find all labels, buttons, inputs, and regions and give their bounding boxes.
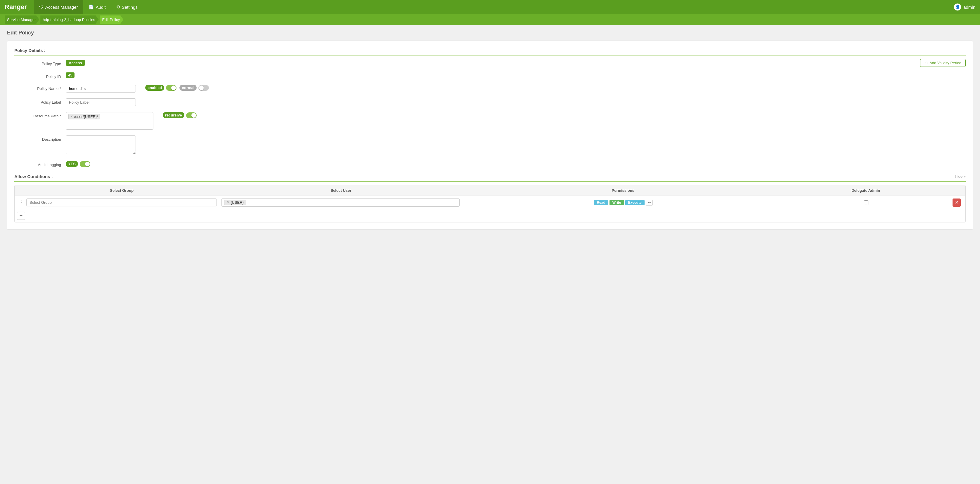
policy-label-control xyxy=(66,98,136,106)
delete-row-button[interactable]: ✕ xyxy=(953,198,961,207)
nav-settings[interactable]: ⚙ Settings xyxy=(111,0,143,14)
allow-conditions-section: Allow Conditions : hide » Select Group S… xyxy=(14,174,966,222)
audit-toggle-wrap: YES xyxy=(66,161,90,167)
top-nav: Ranger 🛡 Access Manager 📄 Audit ⚙ Settin… xyxy=(0,0,980,14)
settings-icon: ⚙ xyxy=(116,5,120,10)
policy-type-left: Policy Type Access xyxy=(14,60,85,66)
shield-icon: 🛡 xyxy=(39,5,43,10)
nav-access-manager[interactable]: 🛡 Access Manager xyxy=(34,0,83,14)
policy-label-label: Policy Label xyxy=(14,98,61,105)
enabled-toggle-wrap: enabled xyxy=(145,85,177,91)
nav-audit[interactable]: 📄 Audit xyxy=(83,0,111,14)
clock-icon: ⊕ xyxy=(924,61,928,65)
description-row: Description xyxy=(14,135,966,155)
policy-label-row: Policy Label xyxy=(14,98,966,106)
group-col-header: Select Group xyxy=(24,186,220,195)
perm-execute-badge[interactable]: Execute xyxy=(625,200,644,205)
policy-name-label: Policy Name * xyxy=(14,85,61,91)
policy-label-input[interactable] xyxy=(66,98,136,106)
recursive-label: recursive xyxy=(163,112,185,118)
normal-knob xyxy=(199,86,204,90)
tag-remove-icon[interactable]: ✕ xyxy=(70,115,73,119)
policy-type-row: Policy Type Access ⊕ Add Validity Period xyxy=(14,59,966,67)
audit-knob xyxy=(85,162,90,167)
user-cell: ✕ {USER} xyxy=(219,198,462,207)
normal-toggle[interactable] xyxy=(198,85,209,91)
user-name: admin xyxy=(963,5,975,10)
policy-type-label: Policy Type xyxy=(14,60,61,66)
delete-col-header xyxy=(948,186,966,195)
policy-name-input[interactable] xyxy=(66,85,136,92)
description-label: Description xyxy=(14,135,61,141)
allow-conditions-header: Allow Conditions : hide » xyxy=(14,174,966,182)
user-tag: ✕ {USER} xyxy=(224,200,246,205)
drag-handle-cell: ⋮⋮ xyxy=(14,200,24,205)
group-cell xyxy=(24,198,219,206)
policy-id-value: 45 xyxy=(66,73,75,77)
policy-id-label: Policy ID xyxy=(14,73,61,79)
enabled-toggle[interactable] xyxy=(166,85,177,91)
resource-path-tag: ✕ /user/{USER}/ xyxy=(68,114,100,119)
delete-cell: ✕ xyxy=(948,198,966,207)
delegate-col-header: Delegate Admin xyxy=(784,186,948,195)
user-tag-remove[interactable]: ✕ xyxy=(227,200,229,204)
allow-conditions-title: Allow Conditions : xyxy=(14,174,53,179)
policy-type-badge: Access xyxy=(66,60,85,66)
normal-toggle-wrap: normal xyxy=(180,85,209,91)
brand-logo: Ranger xyxy=(5,3,27,11)
audit-icon: 📄 xyxy=(89,5,94,10)
perm-read-badge[interactable]: Read xyxy=(594,200,608,205)
main-card: Policy Details : Policy Type Access ⊕ Ad… xyxy=(7,41,973,230)
recursive-knob xyxy=(191,113,196,117)
perm-write-badge[interactable]: Write xyxy=(609,200,624,205)
breadcrumb-service-manager[interactable]: Service Manager xyxy=(5,16,39,24)
permissions-cell: Read Write Execute ✏ xyxy=(462,200,784,206)
enabled-knob xyxy=(171,86,176,90)
perm-edit-button[interactable]: ✏ xyxy=(646,200,653,206)
policy-details-title: Policy Details : xyxy=(14,48,966,56)
policy-id-row: Policy ID 45 xyxy=(14,73,966,79)
table-row: ⋮⋮ ✕ {USER} Read Write Execut xyxy=(14,196,966,209)
perms-col-header: Permissions xyxy=(462,186,784,195)
audit-toggle[interactable] xyxy=(80,161,90,167)
normal-label: normal xyxy=(180,85,197,91)
audit-logging-label: Audit Logging xyxy=(14,161,61,167)
add-row-section: + xyxy=(14,212,966,220)
audit-logging-control: YES xyxy=(66,161,90,167)
resource-path-label: Resource Path * xyxy=(14,112,61,118)
add-validity-period-button[interactable]: ⊕ Add Validity Period xyxy=(920,59,966,67)
conditions-table: Select Group Select User Permissions Del… xyxy=(14,185,966,222)
delegate-cell xyxy=(784,200,948,205)
policy-name-row: Policy Name * enabled normal xyxy=(14,85,966,92)
toggles-row: enabled normal xyxy=(145,85,209,91)
description-control xyxy=(66,135,136,155)
hide-link[interactable]: hide » xyxy=(955,174,966,179)
user-avatar-icon: 👤 xyxy=(954,3,961,11)
resource-path-tag-input[interactable]: ✕ /user/{USER}/ xyxy=(66,112,153,130)
resource-path-row: Resource Path * ✕ /user/{USER}/ recursiv… xyxy=(14,112,966,130)
page-title: Edit Policy xyxy=(0,25,980,38)
conditions-table-header: Select Group Select User Permissions Del… xyxy=(14,186,966,196)
user-input-wrap[interactable]: ✕ {USER} xyxy=(221,198,460,207)
user-area: 👤 admin xyxy=(954,3,975,11)
description-textarea[interactable] xyxy=(66,135,136,154)
audit-yes-label: YES xyxy=(66,161,78,167)
user-col-header: Select User xyxy=(220,186,462,195)
policy-name-control xyxy=(66,85,136,92)
breadcrumb-policies[interactable]: hdp-training-2_hadoop Policies xyxy=(40,16,99,24)
resource-path-control: ✕ /user/{USER}/ xyxy=(66,112,153,130)
recursive-toggle-wrap: recursive xyxy=(163,112,197,118)
nav-items: 🛡 Access Manager 📄 Audit ⚙ Settings xyxy=(34,0,954,14)
recursive-toggle[interactable] xyxy=(186,113,197,118)
breadcrumb: Service Manager hdp-training-2_hadoop Po… xyxy=(0,14,980,25)
enabled-label: enabled xyxy=(145,85,164,91)
audit-logging-row: Audit Logging YES xyxy=(14,161,966,167)
add-row-button[interactable]: + xyxy=(17,212,25,220)
delegate-admin-checkbox[interactable] xyxy=(864,200,869,205)
select-group-input[interactable] xyxy=(26,198,217,206)
breadcrumb-edit-policy[interactable]: Edit Policy xyxy=(100,16,124,24)
drag-col-header xyxy=(14,186,24,195)
